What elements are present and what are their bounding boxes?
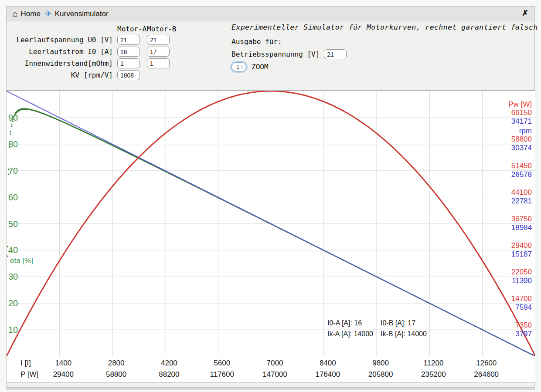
annotation-i0-a: I0-A [A]: 16 bbox=[327, 318, 381, 328]
current-tick-label: 11200 bbox=[423, 359, 443, 368]
eta-tick-label: 30 bbox=[8, 272, 18, 282]
rpm-tick-label: 22781 bbox=[511, 197, 532, 206]
pw-axis-title: Pw [W] bbox=[508, 100, 532, 109]
output-settings-block: Experimenteller Simulator für Motorkurve… bbox=[231, 23, 538, 71]
eta-tick-label: 70 bbox=[8, 166, 18, 176]
resistance-label: Innenwiderstand[mOhm] bbox=[7, 59, 115, 68]
current-limits-annotation: I0-A [A]: 16 I0-B [A]: 17 Ik-A [A]: 1400… bbox=[327, 318, 427, 339]
i0-motor-a-input[interactable] bbox=[117, 47, 140, 57]
eta-sample-dot bbox=[10, 131, 11, 132]
eta-tick-label: 50 bbox=[8, 219, 18, 229]
pw-tick-label: 44100 bbox=[511, 188, 532, 197]
home-label[interactable]: Home bbox=[20, 10, 40, 18]
eta-tick-label: 40 bbox=[8, 245, 18, 255]
power-tick-label: 29400 bbox=[53, 370, 74, 379]
rpm-tick-label: 3797 bbox=[515, 330, 532, 338]
rpm-tick-label: 30374 bbox=[511, 144, 532, 152]
stepper-arrows-icon[interactable]: ▴▾ bbox=[241, 64, 243, 70]
pw-tick-label: 36750 bbox=[511, 215, 532, 223]
i0-label: Leerlaufstrom I0 [A] bbox=[7, 47, 115, 56]
pw-tick-label: 14700 bbox=[511, 294, 532, 303]
pw-tick-label: 66150 bbox=[511, 108, 532, 117]
zoom-stepper[interactable]: 1 ▴▾ bbox=[231, 62, 246, 71]
annotation-ik-a: Ik-A [A]: 14000 bbox=[327, 328, 381, 339]
u0-motor-b-input[interactable] bbox=[147, 35, 170, 45]
power-tick-label: 147000 bbox=[262, 370, 287, 379]
rpm-tick-label: 7594 bbox=[515, 303, 532, 312]
pw-tick-label: 22050 bbox=[511, 268, 532, 277]
power-tick-label: 205800 bbox=[368, 370, 393, 379]
power-tick-label: 58800 bbox=[106, 370, 126, 379]
curves-svg bbox=[7, 91, 535, 356]
current-tick-label: 4200 bbox=[161, 359, 177, 368]
eta-curve bbox=[23, 109, 535, 356]
pw-tick-label: 58800 bbox=[511, 135, 532, 144]
current-tick-label: 12600 bbox=[476, 359, 497, 368]
resistance-motor-a-input[interactable] bbox=[117, 58, 140, 68]
power-tick-label: 235200 bbox=[421, 370, 446, 379]
parameter-form-area: Motor-A Motor-B Leerlaufspannung U0 [V] … bbox=[7, 21, 534, 89]
kv-input[interactable] bbox=[117, 70, 140, 80]
rpm-tick-label: 34171 bbox=[511, 117, 532, 126]
annotation-i0-b: I0-B [A]: 17 bbox=[381, 318, 427, 328]
resistance-motor-b-input[interactable] bbox=[147, 58, 170, 68]
motor-parameter-form: Motor-A Motor-B Leerlaufspannung U0 [V] … bbox=[7, 25, 174, 80]
eta-sample-dot bbox=[11, 125, 12, 127]
rpm-tick-label: 11390 bbox=[512, 277, 532, 285]
airplane-icon: ✈ bbox=[45, 9, 52, 19]
voltage-input[interactable] bbox=[324, 49, 347, 59]
x-axis-power-row-label: P [W] bbox=[20, 370, 51, 379]
kv-label: KV [rpm/V] bbox=[7, 71, 115, 79]
voltage-label: Betriebsspannunng [V] bbox=[231, 50, 320, 58]
eta-axis-title: eta [%] bbox=[10, 257, 33, 265]
eta-tick-label: 80 bbox=[8, 139, 18, 149]
rpm-axis-title: rpm bbox=[519, 127, 532, 135]
u0-label: Leerlaufspannung U0 [V] bbox=[7, 36, 115, 44]
rpm-tick-label: 18984 bbox=[511, 223, 532, 232]
eta-tick-label: 60 bbox=[8, 192, 18, 202]
output-heading: Ausgabe für: bbox=[231, 37, 538, 46]
u0-motor-a-input[interactable] bbox=[117, 35, 140, 45]
eta-tick-label: 10 bbox=[8, 325, 18, 335]
eta-curve bbox=[23, 109, 535, 357]
rpm-tick-label: 15187 bbox=[511, 250, 532, 259]
power-tick-label: 117600 bbox=[210, 370, 234, 379]
current-tick-label: 1400 bbox=[55, 359, 71, 368]
motor-curve-chart: Pw [W] rpm eta [%] I0-A [A]: 16 I0-B [A]… bbox=[7, 90, 535, 382]
plot-area: Pw [W] rpm eta [%] I0-A [A]: 16 I0-B [A]… bbox=[7, 91, 535, 356]
pw-tick-label: 7350 bbox=[515, 321, 532, 330]
power-tick-label: 176400 bbox=[315, 370, 340, 379]
i0-motor-b-input[interactable] bbox=[147, 47, 170, 57]
current-tick-label: 7000 bbox=[267, 359, 283, 368]
motor-b-column-header: Motor-B bbox=[147, 25, 174, 33]
power-tick-label: 88200 bbox=[159, 370, 179, 379]
x-axis-current-row-label: I [I] bbox=[20, 359, 51, 368]
x-axis-area: I [I] P [W] 1400280042005600700084009800… bbox=[7, 356, 535, 382]
simulator-note: Experimenteller Simulator für Motorkurve… bbox=[231, 23, 538, 31]
eta-sample-dot bbox=[11, 124, 12, 125]
title-bar: ⌂ Home ✈ Kurvensimulator ✗ bbox=[7, 7, 534, 21]
current-tick-label: 8400 bbox=[320, 359, 336, 368]
app-window: ⌂ Home ✈ Kurvensimulator ✗ Motor-A Motor… bbox=[6, 6, 535, 388]
current-tick-label: 2800 bbox=[108, 359, 125, 368]
eta-tick-label: 90 bbox=[8, 112, 18, 122]
eta-sample-dot bbox=[7, 256, 8, 257]
eta-sample-dot bbox=[10, 133, 11, 135]
rpm-tick-label: 26578 bbox=[511, 170, 532, 179]
power-tick-label: 264600 bbox=[474, 370, 499, 379]
motor-a-column-header: Motor-A bbox=[117, 25, 144, 33]
pw-tick-label: 51450 bbox=[511, 162, 532, 170]
annotation-ik-b: Ik-B [A]: 14000 bbox=[381, 328, 427, 339]
close-icon[interactable]: ✗ bbox=[522, 8, 528, 18]
zoom-stepper-value: 1 bbox=[236, 64, 239, 70]
home-icon[interactable]: ⌂ bbox=[13, 9, 17, 19]
current-tick-label: 9800 bbox=[372, 359, 389, 368]
pw-tick-label: 29400 bbox=[511, 241, 532, 250]
zoom-label: ZOOM bbox=[252, 63, 269, 71]
current-tick-label: 5600 bbox=[214, 359, 230, 368]
app-title: Kurvensimulator bbox=[55, 10, 109, 18]
eta-tick-label: 20 bbox=[8, 298, 18, 308]
